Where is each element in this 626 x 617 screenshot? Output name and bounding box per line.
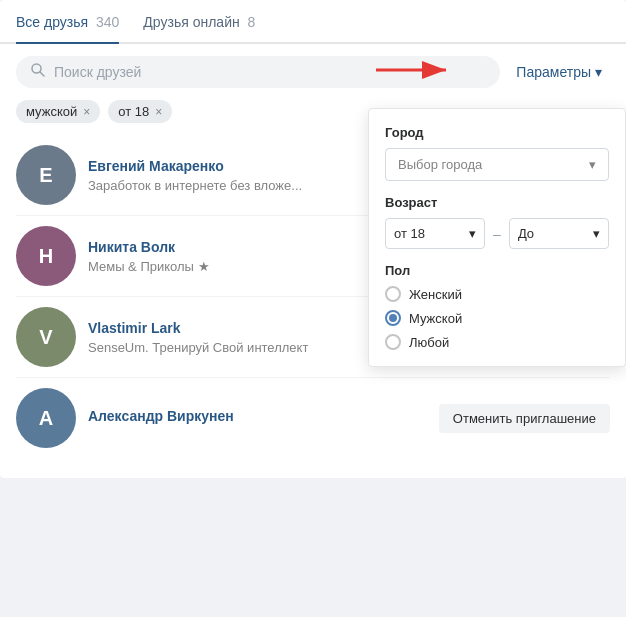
radio-male-circle [385, 310, 401, 326]
age-to-select[interactable]: До ▾ [509, 218, 609, 249]
params-button[interactable]: Параметры ▾ [508, 60, 610, 84]
main-container: Все друзья 340 Друзья онлайн 8 [0, 0, 626, 478]
avatar-1: Е [16, 145, 76, 205]
search-icon [30, 62, 46, 82]
gender-radio-group: Женский Мужской Любой [385, 286, 609, 350]
tab-all-friends-label: Все друзья [16, 14, 88, 30]
cancel-button-4[interactable]: Отменить приглашение [439, 404, 610, 433]
friend-action-4: Отменить приглашение [439, 404, 610, 433]
gender-filter-tag: мужской × [16, 100, 100, 123]
tab-all-friends-count: 340 [96, 14, 119, 30]
avatar-4: А [16, 388, 76, 448]
age-tag-close[interactable]: × [155, 106, 162, 118]
age-from-value: от 18 [394, 226, 425, 241]
age-from-select[interactable]: от 18 ▾ [385, 218, 485, 249]
tab-online-friends-count: 8 [248, 14, 256, 30]
age-from-chevron-icon: ▾ [469, 226, 476, 241]
radio-male[interactable]: Мужской [385, 310, 609, 326]
radio-any-label: Любой [409, 335, 449, 350]
tab-online-friends-label: Друзья онлайн [143, 14, 239, 30]
svg-line-1 [40, 72, 44, 76]
params-label: Параметры [516, 64, 591, 80]
radio-female-circle [385, 286, 401, 302]
tab-online-friends[interactable]: Друзья онлайн 8 [143, 0, 255, 44]
age-filter-tag: от 18 × [108, 100, 172, 123]
search-input-wrap [16, 56, 500, 88]
gender-tag-close[interactable]: × [83, 106, 90, 118]
city-chevron-icon: ▾ [589, 157, 596, 172]
avatar-3: V [16, 307, 76, 367]
tabs-bar: Все друзья 340 Друзья онлайн 8 [0, 0, 626, 44]
radio-female[interactable]: Женский [385, 286, 609, 302]
friend-info-4: Александр Виркунен [88, 408, 427, 428]
friend-name-4[interactable]: Александр Виркунен [88, 408, 427, 424]
radio-female-label: Женский [409, 287, 462, 302]
tab-all-friends[interactable]: Все друзья 340 [16, 0, 119, 44]
age-dash: – [493, 226, 501, 242]
radio-any-circle [385, 334, 401, 350]
params-chevron: ▾ [595, 64, 602, 80]
search-input[interactable] [54, 64, 486, 80]
avatar-2: Н [16, 226, 76, 286]
city-select[interactable]: Выбор города ▾ [385, 148, 609, 181]
city-label: Город [385, 125, 609, 140]
age-to-chevron-icon: ▾ [593, 226, 600, 241]
gender-tag-label: мужской [26, 104, 77, 119]
friend-item-4: А Александр Виркунен Отменить приглашени… [16, 378, 610, 458]
age-row: от 18 ▾ – До ▾ [385, 218, 609, 249]
params-dropdown: Город Выбор города ▾ Возраст от 18 ▾ – Д… [368, 108, 626, 367]
city-placeholder: Выбор города [398, 157, 482, 172]
gender-label: Пол [385, 263, 609, 278]
age-label: Возраст [385, 195, 609, 210]
radio-any[interactable]: Любой [385, 334, 609, 350]
age-to-value: До [518, 226, 534, 241]
radio-male-label: Мужской [409, 311, 462, 326]
search-row: Параметры ▾ [0, 44, 626, 100]
age-tag-label: от 18 [118, 104, 149, 119]
